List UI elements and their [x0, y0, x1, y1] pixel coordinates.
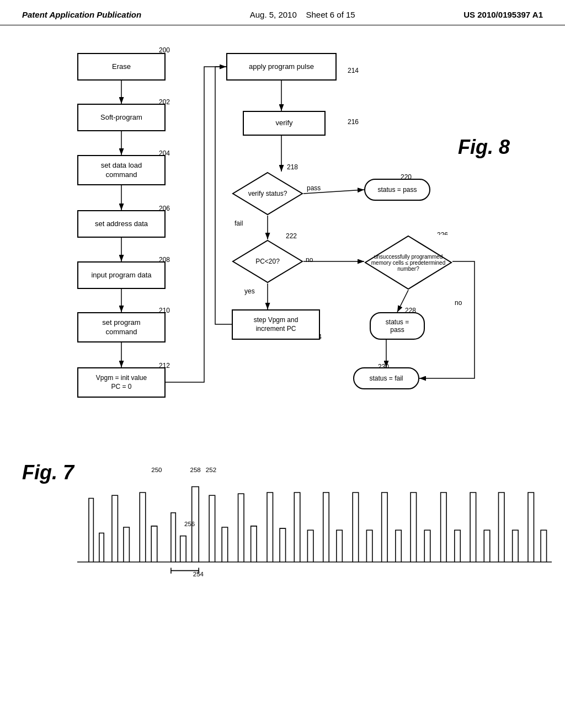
svg-text:252: 252 [206, 467, 216, 473]
box-status-pass2: status = pass [370, 312, 425, 340]
label-216: 216 [348, 118, 359, 126]
box-step-vpgm: step Vpgm and increment PC [232, 309, 320, 340]
publication-date: Aug. 5, 2010 Sheet 6 of 15 [250, 10, 355, 19]
box-erase: Erase [77, 53, 166, 81]
fig8-diagram: Fig. 8 200 Erase 202 Soft-program 204 se… [22, 36, 543, 445]
diamond-verify-status: verify status? [232, 172, 303, 216]
svg-text:256: 256 [184, 521, 195, 527]
label-yes: yes [244, 287, 255, 295]
box-status-pass1: status = pass [364, 179, 430, 201]
fig7-label: Fig. 7 [22, 461, 74, 484]
diamond-pc20: PC<20? [232, 239, 303, 283]
svg-text:250: 250 [151, 467, 162, 473]
diamond-unsuccessfully: unsuccessfully programmed memory cells ≤… [364, 235, 452, 290]
fig7-diagram: Fig. 7 250 258 252 256 254 [22, 456, 543, 599]
label-214: 214 [348, 67, 359, 74]
box-set-data-load: set data load command [77, 155, 166, 185]
main-content: Fig. 8 200 Erase 202 Soft-program 204 se… [0, 25, 565, 610]
label-pass: pass [307, 184, 321, 192]
label-fail: fail [234, 220, 243, 227]
box-set-address: set address data [77, 210, 166, 238]
svg-text:258: 258 [190, 467, 201, 473]
label-no2: no [455, 299, 462, 307]
label-no1: no [306, 256, 313, 264]
box-verify: verify [243, 111, 326, 136]
box-status-fail: status = fail [353, 367, 419, 389]
label-222: 222 [286, 232, 297, 240]
box-set-program: set program command [77, 312, 166, 342]
publication-title: Patent Application Publication [22, 10, 141, 19]
label-218: 218 [287, 163, 298, 171]
box-soft-program: Soft-program [77, 104, 166, 131]
patent-number: US 2010/0195397 A1 [463, 10, 543, 19]
box-apply-pulse: apply program pulse [226, 53, 337, 81]
fig8-label: Fig. 8 [458, 136, 510, 159]
box-input-program: input program data [77, 261, 166, 289]
page-header: Patent Application Publication Aug. 5, 2… [0, 0, 565, 25]
box-vpgm-init: Vpgm = init value PC = 0 [77, 367, 166, 398]
pulse-waveform: 250 258 252 256 254 [77, 461, 552, 593]
